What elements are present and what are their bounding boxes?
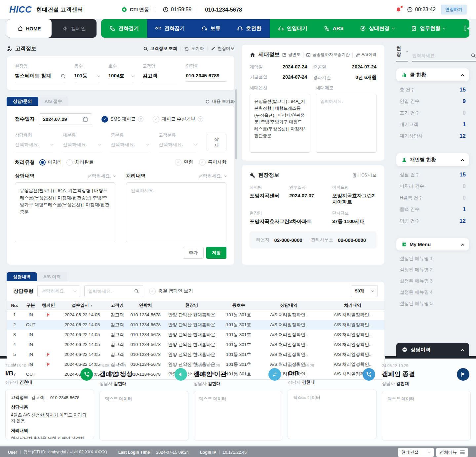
divider [156, 7, 156, 12]
grid-icon [402, 242, 407, 247]
work-status-button[interactable]: 업무현황 [403, 19, 454, 38]
consult-type-select[interactable]: 상담유형 선택하세요. [15, 132, 53, 151]
content-reset-button[interactable]: 내용 초기화 [205, 97, 235, 106]
process-detail-textarea[interactable] [126, 182, 226, 242]
table-row[interactable]: 1IN 2024-06-22 14:05김고객010-1234-5678안양 관… [7, 310, 384, 320]
customer-reset-button[interactable]: 초기화 [184, 46, 204, 52]
contract-date: 계약일2024-07-24 [250, 64, 313, 70]
checkbox-checked-icon: ✓ [101, 116, 108, 123]
help-icon[interactable]: ? [198, 116, 203, 122]
sidebar-scope-select[interactable]: 현장 [396, 46, 408, 61]
table-row[interactable]: 4IN 2024-06-22 14:05김고객010-1234-5678안양 관… [7, 340, 384, 350]
calendar-icon [83, 117, 88, 122]
history-search-input[interactable] [88, 289, 134, 294]
hold-button[interactable]: 보류 [193, 19, 229, 38]
logout-button[interactable] [454, 19, 469, 38]
site-name-field[interactable]: 현장명 힐스테이트 청계 [15, 63, 66, 82]
hcs-memo-button[interactable]: HCS 메모 [352, 172, 377, 178]
timeline-card-content[interactable]: 텍스트 데이터 [382, 391, 471, 440]
table-row[interactable]: 5IN 2024-06-22 14:05김고객010-1234-5678안양 관… [7, 350, 384, 360]
chevron-down-icon [146, 143, 149, 145]
inbound-wait-button[interactable]: 인입대기 [270, 19, 316, 38]
radio-pending[interactable]: 미처리 [39, 159, 62, 166]
call-status-header[interactable]: 콜 현황 [396, 68, 469, 81]
ars-button[interactable]: ARS [316, 19, 352, 38]
timeline-card-content[interactable]: 텍스트 데이터 [288, 390, 377, 439]
customer-category-select[interactable]: 고객분류 선택하세요. [159, 132, 197, 151]
customer-phone-field[interactable]: 연락처 010-2345-6789 [186, 63, 226, 82]
site-name: 현장명포망지곡효자그린2차아파트 [250, 210, 332, 225]
as-history-button[interactable]: A/S이력 [355, 52, 377, 57]
my-menu-header[interactable]: My Menu [396, 238, 469, 250]
table-row[interactable]: 2OUT 2024-06-22 14:05김고객010-1234-5678안양 … [7, 320, 384, 330]
add-button[interactable]: 추가 [183, 247, 204, 259]
tab-as-receipt[interactable]: A/S 접수 [38, 97, 68, 106]
site-memo-button[interactable]: 현장메모 [211, 46, 235, 52]
timeline-card-content[interactable]: 텍스트 데이터 [99, 391, 188, 440]
consult-template-select[interactable]: 선택하세요. [88, 173, 115, 179]
category2-select[interactable]: 중분류 선택하세요. [111, 132, 149, 151]
receipt-date-input[interactable]: 2024.07.29 [39, 113, 92, 125]
happycall-reject-checkbox[interactable]: ✓ 해피콜 수신거부 ? [153, 116, 203, 123]
household-option-textarea[interactable]: 유상옵션(발코니) : 84A_기본확장형 | 대형드레스룸(무상옵션) | 마… [250, 94, 310, 153]
history-type-select[interactable]: 선택하세요. [37, 285, 80, 297]
sidebar-search-input[interactable] [412, 53, 471, 58]
ho-select[interactable]: 호수 1004호 [108, 63, 134, 82]
timeline-card-content[interactable]: 고객정보 김고객 010-2345-5678 상담내용 4월초 A/S 신청한 … [5, 390, 94, 439]
consult-form-card: 접수일자 2024.07.29 ✓ SMS 해피콜 ? [7, 106, 235, 265]
timeline-card-campaign-close: 24.05.13 10:29 캠페인 종결 상담사김현대 텍스트 데이터 [382, 363, 471, 445]
tab-consult-history[interactable]: 상담내역 [7, 272, 37, 281]
customer-name-field[interactable]: 고객명 김고객 [142, 63, 177, 82]
complaint-checkbox[interactable]: ✓ 민원 [175, 159, 193, 166]
dong-select[interactable]: 동수 101동 [74, 63, 100, 82]
personal-status-header[interactable]: 개인별 현황 [396, 153, 469, 166]
household-memo-textarea[interactable] [316, 94, 377, 153]
chevron-down-icon [392, 26, 395, 29]
notification-bell-icon[interactable] [395, 7, 402, 13]
radio-completed[interactable]: 처리완료 [66, 159, 94, 166]
my-menu-item[interactable]: 설정된 메뉴명 5 [400, 301, 466, 307]
status-change-button[interactable]: 상태변경 [352, 19, 403, 38]
my-menu-item[interactable]: 설정된 메뉴명 4 [400, 289, 466, 295]
sms-happycall-checkbox[interactable]: ✓ SMS 해피콜 ? [101, 116, 143, 123]
my-menu-item[interactable]: 설정된 메뉴명 2 [400, 267, 466, 273]
tab-consult-inquiry[interactable]: 상담/문의 [7, 97, 38, 106]
stat-row: 미처리 건수0 [400, 183, 466, 190]
save-button[interactable]: 저장 [206, 247, 226, 259]
table-row[interactable]: 3IN 2024-06-22 14:05김고객010-1234-5678안양 관… [7, 330, 384, 340]
page-size-select[interactable]: 50개 [351, 285, 378, 297]
category1-select[interactable]: 대분류 선택하세요. [63, 132, 101, 151]
search-icon[interactable] [60, 73, 66, 79]
tab-as-history[interactable]: A/S 이력 [37, 272, 67, 281]
search-icon[interactable] [134, 288, 139, 294]
divider [303, 52, 303, 57]
customer-lookup-button[interactable]: 고객정보 조회 [143, 46, 177, 52]
hangup-button[interactable]: 전화끊기 [147, 19, 193, 38]
closed-campaign-checkbox[interactable]: ✓ 종결 캠페인 보기 [149, 288, 193, 294]
nav-campaign-button[interactable]: 캠페인 [52, 19, 97, 38]
my-menu-item[interactable]: 설정된 메뉴명 3 [400, 278, 466, 284]
extend-session-button[interactable]: 연장하기 [441, 5, 467, 15]
search-icon[interactable] [471, 53, 476, 58]
help-icon[interactable]: ? [138, 116, 143, 122]
chevron-down-icon [74, 289, 76, 292]
site-name-value[interactable]: 힐스테이트 청계 [15, 73, 51, 79]
timeline-card-campaign-transfer: 24.05.13 10:29 캠페인 이관 상담사김현대 텍스트 데이터 [194, 363, 283, 445]
company-select[interactable]: 현대건설 [398, 448, 434, 457]
dial-button[interactable]: 전화걸기 [101, 19, 147, 38]
warranty-period-button[interactable]: 공종별하자보증기간 [306, 52, 350, 57]
special-note-checkbox[interactable]: ✓ 특이사항 [199, 159, 226, 166]
checkbox-unchecked-icon: ✓ [153, 116, 159, 123]
call-transfer-button[interactable]: 호전환 [229, 19, 270, 38]
delete-button[interactable]: 삭제 [207, 134, 226, 151]
consult-detail-textarea[interactable]: 유상옵션(발코니) : 84A_기본확장형 | 대형드레스룸(무상옵션) | 마… [15, 182, 115, 242]
nav-home-button[interactable]: HOME [7, 19, 52, 38]
my-menu-item[interactable]: 설정된 메뉴명 1 [400, 256, 466, 262]
timeline-card-content[interactable]: 텍스트 데이터 [194, 391, 283, 440]
sort-column-date[interactable]: 접수일시▼ [58, 301, 107, 310]
consult-history-toggle[interactable]: 상담이력 [396, 343, 469, 356]
process-template-select[interactable]: 선택하세요. [199, 173, 226, 179]
all-menu-button[interactable]: 전체메뉴 [436, 448, 468, 457]
floorplan-button[interactable]: 평면도 [282, 52, 301, 57]
scrollbar[interactable] [235, 89, 237, 159]
